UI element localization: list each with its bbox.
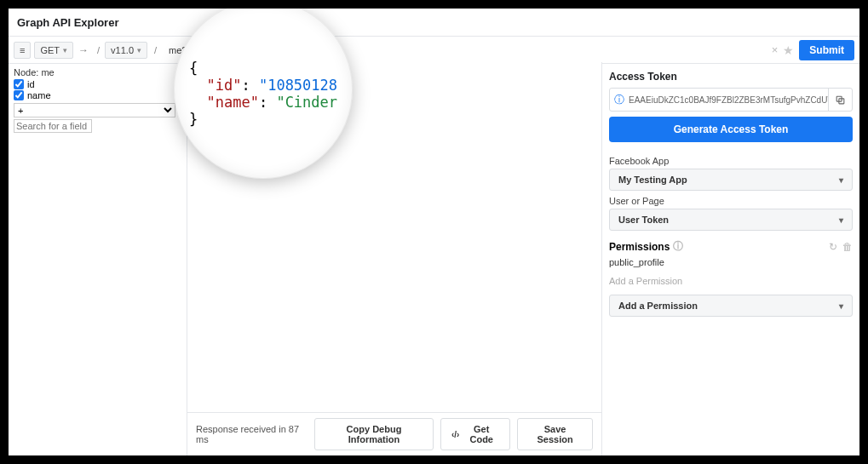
json-key: "id"	[206, 77, 241, 94]
arrow-right-icon: →	[77, 44, 90, 56]
add-permission-label: Add a Permission	[618, 301, 698, 311]
add-permission-placeholder: Add a Permission	[609, 271, 853, 295]
response-time: Response received in 87 ms	[196, 424, 301, 444]
get-code-label: Get Code	[463, 424, 499, 444]
json-brace: }	[189, 111, 337, 128]
user-page-label: User or Page	[609, 196, 853, 206]
path-slash: /	[97, 45, 100, 55]
access-token-field: ⓘ EAAEiuDkZC1c0BAJf9FZBl2ZBE3rMTsufgPvhZ…	[609, 88, 853, 112]
add-permission-dropdown[interactable]: Add a Permission ▾	[609, 295, 853, 317]
clear-permissions-icon[interactable]: 🗑	[842, 241, 853, 253]
page-title: Graph API Explorer	[9, 9, 859, 37]
caret-down-icon: ▾	[839, 175, 843, 185]
search-field-input[interactable]	[14, 119, 92, 133]
add-field-select[interactable]: +	[14, 103, 175, 117]
field-checkbox-id[interactable]	[14, 79, 24, 89]
caret-down-icon: ▾	[839, 215, 843, 225]
permission-item: public_profile	[609, 254, 853, 271]
user-page-dropdown[interactable]: User Token ▾	[609, 209, 853, 231]
json-value: "10850128	[259, 77, 337, 94]
caret-down-icon: ▾	[839, 301, 843, 311]
clear-path-icon[interactable]: ×	[772, 43, 779, 56]
access-token-title: Access Token	[609, 71, 853, 83]
path-slash: /	[154, 45, 157, 55]
user-page-value: User Token	[618, 215, 669, 225]
method-dropdown[interactable]: GET ▾	[34, 42, 73, 59]
get-code-button[interactable]: ‹/› Get Code	[440, 418, 510, 450]
method-label: GET	[40, 45, 60, 55]
field-row-name[interactable]: name	[14, 90, 181, 100]
token-value[interactable]: EAAEiuDkZC1c0BAJf9FZBl2ZBE3rMTsufgPvhZCd…	[629, 95, 828, 105]
json-line-name: "name": "Cinder	[189, 94, 337, 111]
settings-panel: Access Token ⓘ EAAEiuDkZC1c0BAJf9FZBl2ZB…	[602, 62, 859, 455]
field-checkbox-name[interactable]	[14, 90, 24, 100]
save-session-button[interactable]: Save Session	[517, 418, 593, 450]
permissions-title: Permissions	[609, 241, 670, 253]
copy-token-icon[interactable]	[828, 89, 852, 111]
field-label: id	[27, 79, 35, 89]
caret-down-icon: ▾	[137, 46, 141, 54]
field-row-id[interactable]: id	[14, 79, 181, 89]
json-key: "name"	[206, 94, 258, 111]
history-button[interactable]: ≡	[14, 42, 31, 59]
field-label: name	[27, 90, 51, 100]
code-icon: ‹/›	[451, 430, 459, 439]
json-line-id: "id": "10850128	[189, 77, 337, 94]
request-toolbar: ≡ GET ▾ → / v11.0 ▾ / × ★ Submit	[9, 37, 859, 64]
response-footer: Response received in 87 ms Copy Debug In…	[187, 412, 601, 455]
json-value: "Cinder	[276, 94, 337, 111]
facebook-app-value: My Testing App	[618, 175, 687, 185]
generate-token-button[interactable]: Generate Access Token	[609, 117, 853, 142]
version-dropdown[interactable]: v11.0 ▾	[105, 42, 147, 59]
json-brace: {	[189, 60, 337, 77]
submit-button[interactable]: Submit	[799, 40, 854, 60]
version-label: v11.0	[111, 45, 134, 55]
undo-icon[interactable]: ↻	[829, 241, 837, 253]
node-label: Node: me	[14, 67, 181, 77]
fields-sidebar: Node: me id name +	[9, 62, 187, 455]
facebook-app-label: Facebook App	[609, 156, 853, 166]
token-info-icon[interactable]: ⓘ	[610, 93, 629, 107]
caret-down-icon: ▾	[63, 46, 67, 54]
info-icon[interactable]: ⓘ	[673, 239, 683, 254]
copy-debug-button[interactable]: Copy Debug Information	[314, 418, 434, 450]
facebook-app-dropdown[interactable]: My Testing App ▾	[609, 169, 853, 191]
favorite-icon[interactable]: ★	[783, 43, 794, 57]
